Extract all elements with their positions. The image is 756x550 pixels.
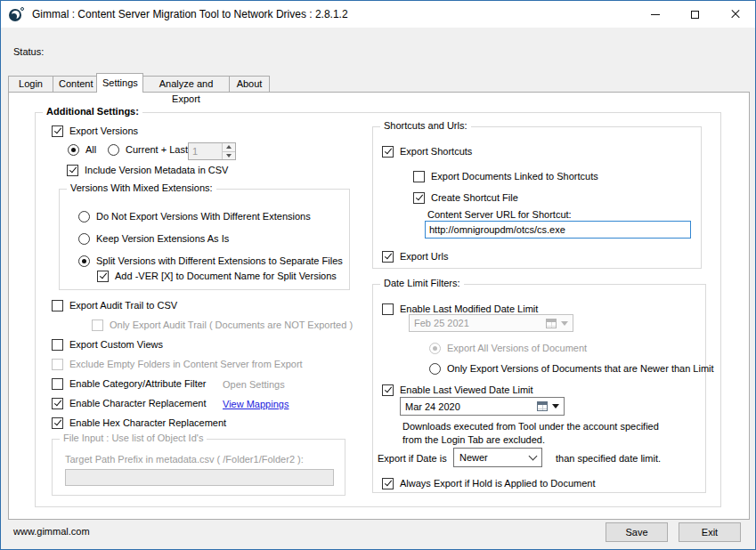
checkbox-box (382, 384, 394, 396)
checkbox-label: Enable Character Replacement (69, 398, 206, 409)
downloads-note-line2: from the Login Tab are excluded. (402, 433, 545, 447)
radio-circle (78, 255, 90, 267)
radio-label: All (85, 144, 96, 156)
arrow-up-icon (226, 145, 232, 149)
checkbox-label: Exclude Empty Folders in Content Server … (69, 359, 303, 370)
checkbox-label: Enable Category/Attribute Filter (69, 378, 206, 390)
view-mappings-link[interactable]: View Mappings (223, 399, 289, 410)
tab-settings[interactable]: Settings (96, 73, 143, 93)
do-not-export-different-ext-radio[interactable]: Do Not Export Versions With Different Ex… (78, 211, 311, 222)
export-if-date-combobox[interactable]: Newer (453, 448, 542, 467)
spinner-buttons (222, 143, 235, 159)
checkbox-box (97, 271, 109, 282)
versions-all-radio[interactable]: All (68, 144, 96, 156)
radio-label: Split Versions with Different Extensions… (96, 255, 343, 267)
export-custom-views-checkbox[interactable]: Export Custom Views (52, 339, 163, 351)
shortcuts-and-urls-group: Shortcuts and Urls: Export Shortcuts Exp… (372, 126, 702, 269)
maximize-button[interactable] (675, 1, 715, 28)
mixed-extensions-title: Versions With Mixed Extensions: (67, 182, 216, 193)
tab-login[interactable]: Login (8, 76, 53, 92)
checkbox-label: Include Version Metadata in CSV (85, 165, 228, 176)
exit-button[interactable]: Exit (679, 522, 741, 542)
tab-about[interactable]: About (229, 76, 270, 92)
split-versions-radio[interactable]: Split Versions with Different Extensions… (78, 255, 343, 267)
radio-circle (78, 233, 90, 245)
export-if-date-label: Export if Date is (378, 453, 447, 465)
radio-label: Only Export Versions of Documents that a… (447, 363, 714, 375)
keep-version-extensions-radio[interactable]: Keep Version Extensions As Is (78, 233, 229, 245)
version-count-spinner: 1 (188, 142, 236, 160)
enable-last-viewed-checkbox[interactable]: Enable Last Viewed Date Limit (382, 384, 533, 396)
save-button[interactable]: Save (606, 522, 668, 542)
tab-strip: Login Content Settings Analyze and Expor… (8, 73, 270, 92)
date-value: Feb 25 2021 (414, 318, 541, 328)
close-button[interactable] (715, 1, 755, 28)
enable-character-replacement-checkbox[interactable]: Enable Character Replacement (52, 398, 206, 409)
create-shortcut-file-checkbox[interactable]: Create Shortcut File (413, 192, 518, 204)
tab-analyze-and-export[interactable]: Analyze and Export (142, 76, 230, 92)
last-viewed-date-picker[interactable]: Mar 24 2020 (400, 397, 565, 416)
export-audit-trail-checkbox[interactable]: Export Audit Trail to CSV (52, 300, 177, 311)
checkbox-label: Create Shortcut File (431, 192, 518, 204)
enable-hex-replacement-checkbox[interactable]: Enable Hex Character Replacement (52, 417, 226, 429)
gimmal-logo-icon (9, 6, 25, 22)
checkbox-label: Enable Last Viewed Date Limit (400, 384, 533, 396)
status-label: Status: (13, 46, 44, 57)
arrow-down-icon (226, 154, 232, 158)
checkbox-box (52, 378, 63, 390)
content-server-url-label: Content Server URL for Shortcut: (427, 209, 572, 221)
checkbox-box (52, 359, 63, 370)
than-specified-label: than specified date limit. (556, 453, 661, 465)
radio-label: Export All Versions of Document (447, 343, 587, 354)
file-input-group: File Input : Use list of Object Id's Tar… (52, 439, 345, 496)
radio-circle (429, 363, 441, 375)
last-modified-date-picker: Feb 25 2021 (409, 314, 573, 332)
include-version-metadata-checkbox[interactable]: Include Version Metadata in CSV (67, 165, 228, 176)
date-value: Mar 24 2020 (405, 401, 532, 412)
checkbox-box (382, 146, 394, 158)
radio-circle (68, 144, 79, 156)
versions-current-last-radio[interactable]: Current + Last (108, 144, 188, 156)
checkbox-label: Export Versions (69, 125, 138, 137)
calendar-icon (537, 401, 548, 411)
only-newer-versions-radio[interactable]: Only Export Versions of Documents that a… (429, 363, 714, 375)
checkbox-label: Export Urls (400, 251, 448, 263)
export-urls-checkbox[interactable]: Export Urls (382, 251, 448, 263)
checkbox-box (52, 398, 63, 409)
checkbox-box (413, 192, 425, 204)
minimize-button[interactable] (635, 1, 675, 28)
checkbox-box (52, 125, 63, 137)
enable-category-filter-checkbox[interactable]: Enable Category/Attribute Filter (52, 378, 206, 390)
content-server-url-input[interactable] (425, 221, 691, 239)
checkbox-box (67, 165, 78, 176)
checkbox-box (413, 171, 425, 182)
checkbox-label: Only Export Audit Trail ( Documents are … (110, 319, 353, 331)
checkbox-box (382, 303, 394, 315)
checkbox-box (382, 478, 394, 489)
tab-content[interactable]: Content (53, 76, 97, 92)
export-docs-linked-checkbox[interactable]: Export Documents Linked to Shortcuts (413, 171, 598, 182)
export-shortcuts-checkbox[interactable]: Export Shortcuts (382, 146, 472, 158)
titlebar: Gimmal : Content Server Migration Tool t… (1, 1, 755, 28)
spinner-down-button (223, 152, 235, 160)
always-export-hold-checkbox[interactable]: Always Export if Hold is Applied to Docu… (382, 478, 596, 489)
export-versions-checkbox[interactable]: Export Versions (52, 125, 138, 137)
application-window: Gimmal : Content Server Migration Tool t… (0, 0, 756, 550)
window-controls (635, 1, 755, 28)
settings-tab-page: Additional Settings: Export Versions All… (8, 92, 750, 520)
dropdown-arrow-icon (552, 404, 559, 408)
date-limit-filters-group: Date Limit Filters: Enable Last Modified… (372, 284, 706, 493)
add-ver-checkbox[interactable]: Add -VER [X] to Document Name for Split … (97, 271, 337, 282)
radio-label: Current + Last (126, 144, 188, 156)
checkbox-box (92, 319, 103, 331)
minimize-icon (651, 14, 660, 15)
radio-circle (78, 211, 90, 222)
gimmal-website-link[interactable]: www.gimmal.com (13, 526, 90, 537)
checkbox-label: Export Audit Trail to CSV (69, 300, 177, 311)
checkbox-box (52, 300, 63, 311)
file-input-title: File Input : Use list of Object Id's (60, 433, 207, 443)
additional-settings-group: Additional Settings: Export Versions All… (35, 112, 721, 507)
combobox-value: Newer (459, 452, 530, 463)
checkbox-label: Export Custom Views (69, 339, 163, 351)
window-title: Gimmal : Content Server Migration Tool t… (32, 8, 348, 20)
